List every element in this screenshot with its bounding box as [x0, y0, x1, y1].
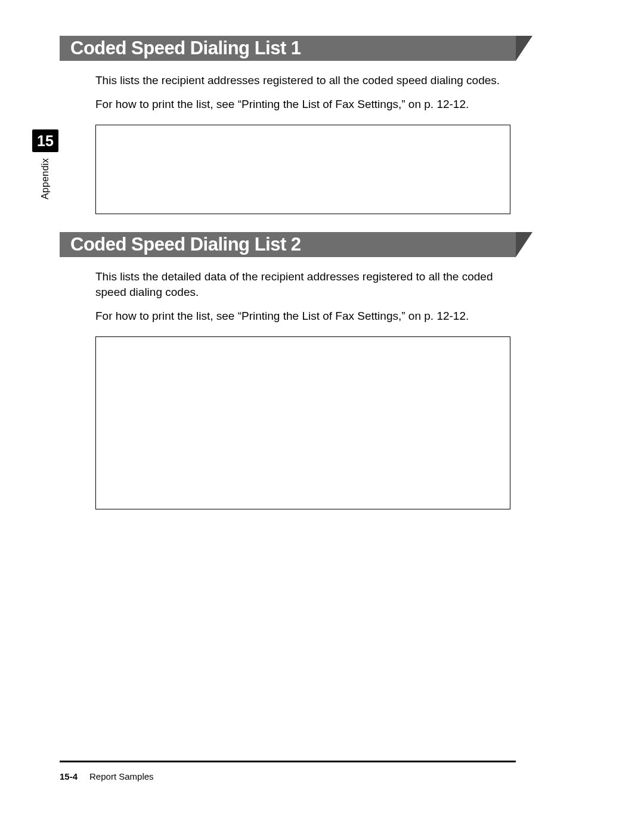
section-1-paragraph-1: This lists the recipient addresses regis… [95, 73, 513, 88]
page-footer: 15-4 Report Samples [60, 761, 516, 781]
banner-arrow-icon [516, 36, 532, 61]
section-2-paragraph-1: This lists the detailed data of the reci… [95, 269, 513, 299]
section-heading-2-text: Coded Speed Dialing List 2 [60, 234, 301, 255]
section-heading-2: Coded Speed Dialing List 2 [60, 232, 516, 257]
footer-rule [60, 761, 516, 762]
banner-arrow-icon [516, 232, 532, 257]
section-2-paragraph-2: For how to print the list, see “Printing… [95, 308, 513, 324]
chapter-number-box: 15 [32, 129, 58, 152]
report-sample-image-2 [95, 336, 510, 509]
section-1-paragraph-2: For how to print the list, see “Printing… [95, 97, 513, 112]
section-heading-1-text: Coded Speed Dialing List 1 [60, 38, 301, 59]
chapter-number: 15 [37, 132, 54, 150]
report-sample-image-1 [95, 125, 510, 214]
footer-section-title: Report Samples [89, 771, 154, 781]
footer-content: 15-4 Report Samples [60, 771, 516, 781]
section-heading-1: Coded Speed Dialing List 1 [60, 36, 516, 61]
chapter-title-vertical: Appendix [40, 158, 51, 199]
page-content: Coded Speed Dialing List 1 This lists th… [0, 0, 644, 509]
footer-page-number: 15-4 [60, 771, 78, 781]
chapter-side-tab: 15 Appendix [32, 129, 58, 199]
